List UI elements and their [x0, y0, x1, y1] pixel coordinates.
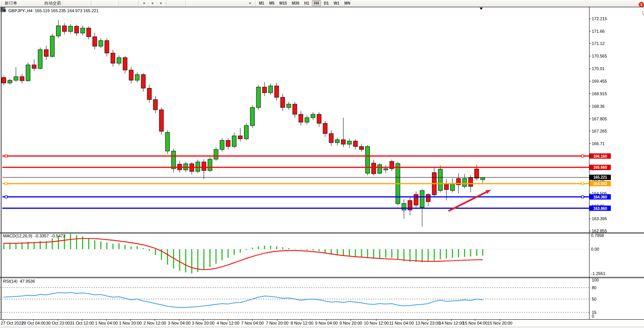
- candle: [202, 159, 206, 179]
- candle-body: [341, 140, 345, 144]
- candle-body: [377, 165, 382, 173]
- tab-timeframe-m1[interactable]: M1: [257, 0, 267, 6]
- signals-button[interactable]: [35, 0, 43, 6]
- tab-timeframe-m5[interactable]: M5: [267, 0, 277, 6]
- indicators-dropdown[interactable]: [140, 0, 148, 6]
- tab-timeframe-h1[interactable]: H1: [302, 0, 312, 6]
- candle: [87, 26, 91, 40]
- macd-histogram-bar: [119, 243, 120, 249]
- profile-button[interactable]: [26, 0, 35, 6]
- macd-histogram-bar: [228, 249, 229, 258]
- macd-histogram-bar: [258, 246, 259, 249]
- one-click-trading-toggle[interactable]: [3, 10, 6, 12]
- candle-body: [353, 141, 358, 146]
- horizontal-line-tool-button[interactable]: [195, 0, 204, 6]
- templates-dropdown[interactable]: [156, 0, 165, 6]
- candle-body: [165, 133, 170, 151]
- macd-histogram-bar: [276, 246, 277, 249]
- auto-trading-button[interactable]: 自动交易: [43, 0, 62, 6]
- tab-timeframe-h4[interactable]: H4: [312, 0, 321, 6]
- line-handle[interactable]: [5, 155, 7, 157]
- macd-histogram-bar: [252, 248, 253, 249]
- candle-body: [123, 58, 127, 70]
- text-label-tool-button[interactable]: T: [237, 0, 246, 6]
- arrows-dropdown[interactable]: [246, 0, 254, 6]
- macd-histogram-bar: [416, 249, 417, 262]
- new-order-button[interactable]: 新订单: [3, 0, 18, 6]
- candle: [244, 123, 249, 141]
- macd-histogram-bar: [288, 248, 289, 249]
- crosshair-tool-button[interactable]: [176, 0, 184, 6]
- candle: [2, 75, 6, 85]
- tile-windows-button[interactable]: [109, 0, 117, 6]
- candle-body: [32, 65, 36, 69]
- chart-header: GBPJPY-,H4 165.119 165.235 164.973 165.2…: [3, 8, 99, 13]
- candle: [129, 67, 133, 84]
- candle: [26, 62, 30, 82]
- candle-body: [117, 58, 121, 63]
- vertical-line-tool-button[interactable]: [187, 0, 195, 6]
- candle-body: [93, 37, 97, 46]
- chevron-down-icon: [143, 3, 145, 4]
- price-line-label: 163.860: [589, 206, 611, 211]
- price-line-166-160[interactable]: [2, 155, 589, 157]
- indicator-window-add-button[interactable]: [128, 0, 137, 6]
- candle-body: [438, 169, 442, 190]
- candle: [329, 130, 333, 146]
- candle-body: [50, 36, 55, 57]
- candle: [165, 130, 170, 154]
- candle: [172, 149, 176, 173]
- line-handle[interactable]: [5, 196, 7, 198]
- toolbar-separator: [119, 1, 119, 6]
- rsi-name: RSI(14): [3, 279, 18, 283]
- price-line-label: 165.660: [589, 165, 611, 170]
- tab-timeframe-m30[interactable]: M30: [289, 0, 301, 6]
- chevron-down-icon: [151, 3, 154, 4]
- indicator-window-button[interactable]: [120, 0, 128, 6]
- macd-histogram-bar: [422, 249, 423, 262]
- candlestick-type-button[interactable]: [73, 0, 81, 6]
- candle: [281, 94, 285, 111]
- trendline-tool-button[interactable]: [204, 0, 212, 6]
- channel-tool-button[interactable]: E: [212, 0, 220, 6]
- candle: [93, 33, 97, 50]
- price-line-label-text: 164.943: [593, 182, 607, 186]
- line-handle[interactable]: [5, 182, 7, 185]
- tab-timeframe-w1[interactable]: W1: [331, 0, 342, 6]
- candle: [147, 85, 151, 103]
- macd-histogram-bar: [440, 249, 441, 259]
- tab-timeframe-mn[interactable]: MN: [342, 0, 353, 6]
- price-line-164-360[interactable]: [2, 196, 589, 198]
- candle: [208, 157, 212, 172]
- text-tool-button[interactable]: A: [229, 0, 237, 6]
- cursor-tool-button[interactable]: [167, 0, 176, 6]
- price-line-164-943[interactable]: [2, 182, 589, 185]
- tab-timeframe-d1[interactable]: D1: [321, 0, 331, 6]
- candle: [377, 163, 382, 174]
- bar-chart-type-button[interactable]: [64, 0, 73, 6]
- time-tick-label: 11 Nov 04:00: [389, 321, 414, 325]
- line-handle[interactable]: [581, 155, 584, 157]
- price-line-label-text: 165.660: [593, 165, 607, 170]
- macd-histogram-bar: [137, 246, 138, 249]
- candle: [196, 160, 200, 173]
- time-tick-label: 8 Nov 12:00: [291, 321, 313, 325]
- candle: [80, 26, 85, 35]
- candle-body: [450, 184, 454, 190]
- candle: [463, 174, 467, 189]
- zoom-in-button[interactable]: [92, 0, 101, 6]
- toolbar-separator: [255, 1, 255, 6]
- candle: [287, 102, 291, 110]
- fibonacci-tool-button[interactable]: F: [220, 0, 229, 6]
- candle: [353, 139, 358, 150]
- tab-timeframe-m15[interactable]: M15: [277, 0, 289, 6]
- macd-histogram-bar: [185, 249, 186, 272]
- line-handle[interactable]: [581, 196, 584, 198]
- line-chart-type-button[interactable]: [81, 0, 90, 6]
- macd-scale-label: -1.2551: [591, 271, 605, 276]
- line-handle[interactable]: [581, 182, 584, 185]
- zoom-out-button[interactable]: [101, 0, 109, 6]
- market-watch-button[interactable]: [18, 0, 26, 6]
- periods-dropdown[interactable]: [148, 0, 156, 6]
- candle-body: [420, 190, 424, 207]
